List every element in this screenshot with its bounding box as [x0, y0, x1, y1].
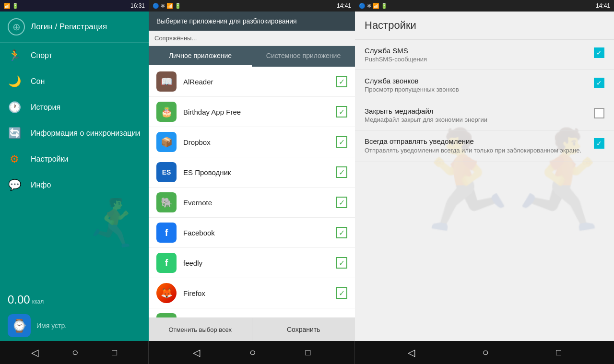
media-checkbox[interactable] [594, 108, 604, 118]
list-item[interactable]: GO GO SMS Pro ✓ [149, 308, 355, 317]
login-icon: ⊕ [8, 18, 25, 35]
settings-item-sms[interactable]: Служба SMS PushSMS-сообщения ✓ [355, 40, 614, 70]
sync-icon: 🔄 [8, 127, 21, 140]
time-mid: 14:41 [337, 2, 351, 9]
device-label: Имя устр. [36, 322, 67, 329]
recent-button-right[interactable]: □ [552, 344, 565, 362]
app-name: Facebook [183, 229, 329, 237]
status-bar-mid: 🔵 ✱ 📶 🔋 14:41 [149, 0, 355, 12]
media-title: Закрыть медиафайл [365, 107, 586, 115]
history-icon: 🕐 [8, 101, 21, 114]
nav-bars-row: ◁ ○ □ ◁ ○ □ ◁ ○ □ [0, 341, 614, 364]
calls-text: Служба звонков Просмотр пропущенных звон… [365, 77, 586, 93]
sidebar-item-info[interactable]: 💬 Инфо [0, 172, 149, 198]
info-icon: 💬 [8, 179, 21, 191]
sidebar-header[interactable]: ⊕ Логин / Регистрация [0, 12, 149, 43]
app-checkbox[interactable]: ✓ [336, 197, 347, 208]
app-name: AlReader [183, 78, 329, 86]
app-name: Evernote [183, 199, 329, 207]
media-text: Закрыть медиафайл Медиафайл закрыт для э… [365, 107, 586, 123]
app-name: feedly [183, 259, 329, 267]
app-checkbox[interactable]: ✓ [336, 257, 347, 269]
sms-subtitle: PushSMS-сообщения [365, 56, 586, 63]
settings-item-notify[interactable]: Всегда отправлять уведомление Отправлять… [355, 130, 614, 162]
settings-title: Настройки [355, 12, 614, 40]
sms-text: Служба SMS PushSMS-сообщения [365, 47, 586, 63]
app-checkbox[interactable]: ✓ [336, 76, 347, 87]
back-button-mid[interactable]: ◁ [189, 343, 204, 362]
dropbox-icon: 📦 [156, 132, 177, 152]
calorie-display: 0.00 ккал [0, 289, 149, 310]
app-checkbox[interactable]: ✓ [336, 287, 347, 299]
sidebar-item-sync[interactable]: 🔄 Информация о синхронизации [0, 120, 149, 146]
es-icon: ES [156, 162, 177, 182]
list-item[interactable]: f feedly ✓ [149, 248, 355, 278]
paired-label: Сопряжённы... [149, 31, 355, 46]
tab-personal[interactable]: Личное приложение [149, 46, 252, 67]
sidebar-item-sleep[interactable]: 🌙 Сон [0, 69, 149, 94]
app-list: 📖 AlReader ✓ 🎂 Birthday App Free ✓ 📦 Dro… [149, 67, 355, 317]
settings-item-media[interactable]: Закрыть медиафайл Медиафайл закрыт для э… [355, 100, 614, 130]
dialog-header: Выберите приложения для разблокирования [149, 12, 355, 31]
sidebar-item-history[interactable]: 🕐 История [0, 94, 149, 120]
notify-text: Всегда отправлять уведомление Отправлять… [365, 137, 586, 155]
status-bar-right: 🔵 ✱ 📶 🔋 14:41 [355, 0, 614, 12]
list-item[interactable]: 📦 Dropbox ✓ [149, 127, 355, 157]
list-item[interactable]: f Facebook ✓ [149, 218, 355, 248]
sport-label: Спорт [31, 51, 52, 60]
recent-button-mid[interactable]: □ [301, 344, 314, 362]
nav-bar-left: ◁ ○ □ [0, 341, 149, 364]
list-item[interactable]: 🐘 Evernote ✓ [149, 188, 355, 218]
app-name: Firefox [183, 289, 329, 297]
app-name: ES Проводник [183, 168, 329, 176]
dialog-title: Выберите приложения для разблокирования [156, 17, 297, 25]
alreader-icon: 📖 [156, 71, 177, 92]
app-name: Birthday App Free [183, 108, 329, 116]
sidebar-panel: ⊕ Логин / Регистрация 🏃 Спорт 🌙 Сон 🕐 Ис… [0, 12, 149, 341]
calls-subtitle: Просмотр пропущенных звонков [365, 86, 586, 93]
sleep-icon: 🌙 [8, 75, 21, 88]
home-button-mid[interactable]: ○ [246, 342, 260, 363]
calls-title: Служба звонков [365, 77, 586, 85]
dialog-panel: Выберите приложения для разблокирования … [149, 12, 355, 341]
notify-checkbox[interactable]: ✓ [594, 138, 604, 149]
sidebar-item-sport[interactable]: 🏃 Спорт [0, 43, 149, 69]
list-item[interactable]: 🦊 Firefox ✓ [149, 278, 355, 308]
feedly-icon: f [156, 253, 177, 273]
home-button-left[interactable]: ○ [68, 342, 82, 363]
time-right: 14:41 [596, 2, 610, 9]
calorie-number: 0.00 [8, 293, 30, 306]
settings-label: Настройки [31, 155, 68, 164]
back-button-right[interactable]: ◁ [404, 343, 419, 362]
app-checkbox[interactable]: ✓ [336, 227, 347, 238]
settings-item-calls[interactable]: Служба звонков Просмотр пропущенных звон… [355, 70, 614, 100]
calls-checkbox[interactable]: ✓ [594, 78, 604, 88]
app-checkbox[interactable]: ✓ [336, 166, 347, 178]
settings-icon: ⚙ [8, 153, 21, 165]
calorie-unit: ккал [32, 298, 44, 305]
device-icon: ⌚ [8, 314, 31, 337]
app-checkbox[interactable]: ✓ [336, 136, 347, 148]
cancel-all-button[interactable]: Отменить выбор всех [149, 318, 252, 341]
notify-subtitle: Отправлять уведомления всегда или только… [365, 146, 586, 155]
app-checkbox[interactable]: ✓ [336, 106, 347, 117]
tab-system[interactable]: Системное приложение [252, 46, 355, 67]
nav-bar-right: ◁ ○ □ [355, 341, 614, 364]
save-button[interactable]: Сохранить [252, 318, 355, 341]
sms-title: Служба SMS [365, 47, 586, 55]
home-button-right[interactable]: ○ [478, 342, 492, 363]
status-bar-left: 📶 🔋 16:31 [0, 0, 149, 12]
list-item[interactable]: ES ES Проводник ✓ [149, 157, 355, 188]
list-item[interactable]: 🎂 Birthday App Free ✓ [149, 97, 355, 127]
recent-button-left[interactable]: □ [108, 344, 121, 362]
sleep-label: Сон [31, 77, 45, 86]
sms-checkbox[interactable]: ✓ [594, 47, 604, 58]
sidebar-item-settings[interactable]: ⚙ Настройки [0, 146, 149, 172]
list-item[interactable]: 📖 AlReader ✓ [149, 67, 355, 97]
history-label: История [31, 103, 60, 112]
nav-bar-mid: ◁ ○ □ [149, 341, 355, 364]
back-button-left[interactable]: ◁ [27, 343, 42, 362]
login-label: Логин / Регистрация [31, 22, 107, 32]
settings-list: Служба SMS PushSMS-сообщения ✓ Служба зв… [355, 40, 614, 162]
sync-label: Информация о синхронизации [31, 129, 140, 139]
